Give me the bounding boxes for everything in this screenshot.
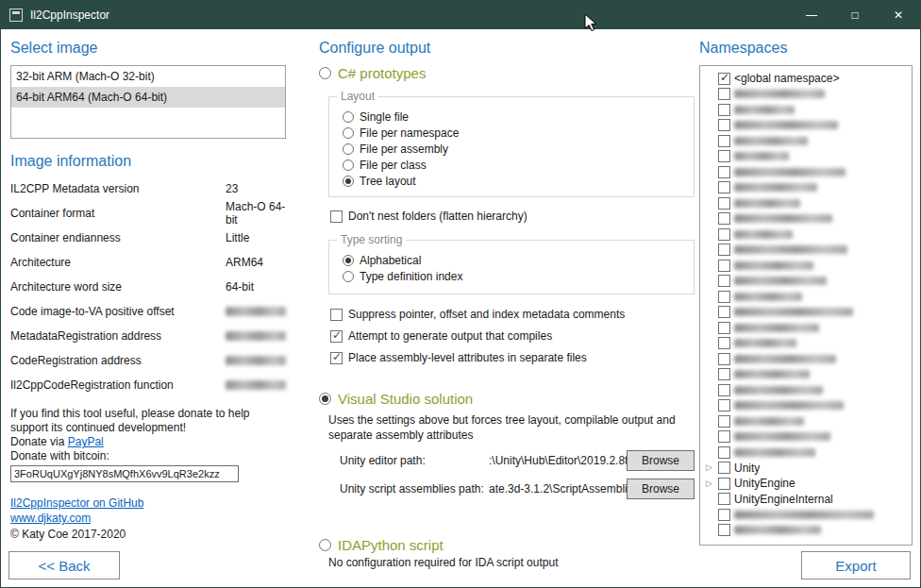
namespace-item[interactable]	[700, 243, 912, 259]
namespace-checkbox[interactable]	[718, 384, 730, 396]
layout-option[interactable]: Single file	[343, 109, 684, 125]
namespace-checkbox[interactable]	[718, 88, 730, 100]
minimize-button[interactable]: —	[790, 1, 833, 29]
separate-attrs-checkbox-row[interactable]: Place assembly-level attributes in separ…	[330, 351, 695, 364]
namespace-item[interactable]	[700, 413, 912, 429]
expander-icon[interactable]	[704, 479, 714, 489]
namespace-checkbox[interactable]	[718, 73, 730, 85]
namespace-item[interactable]	[700, 164, 912, 180]
image-option[interactable]: 64-bit ARM64 (Mach-O 64-bit)	[11, 87, 285, 108]
namespace-item[interactable]	[700, 289, 912, 305]
namespace-item[interactable]	[700, 305, 912, 321]
radio-icon[interactable]	[343, 160, 354, 171]
namespace-checkbox[interactable]	[718, 322, 730, 334]
back-button[interactable]: << Back	[8, 551, 120, 580]
namespace-item[interactable]	[700, 211, 912, 227]
namespace-checkbox[interactable]	[718, 135, 730, 147]
namespaces-list[interactable]: <global namespace>	[699, 65, 913, 546]
idapython-radio[interactable]: IDAPython script	[319, 537, 695, 553]
layout-option[interactable]: File per assembly	[343, 141, 684, 157]
paypal-link[interactable]: PayPal	[68, 435, 104, 448]
checkbox-icon[interactable]	[330, 330, 343, 343]
layout-option[interactable]: Tree layout	[343, 173, 684, 189]
csharp-prototypes-radio[interactable]: C# prototypes	[319, 65, 695, 81]
dont-nest-checkbox-row[interactable]: Don't nest folders (flatten hierarchy)	[330, 210, 695, 223]
namespace-item[interactable]	[700, 336, 912, 352]
namespace-item[interactable]	[700, 87, 912, 103]
close-button[interactable]: ✕	[877, 1, 920, 29]
namespace-checkbox[interactable]	[718, 197, 730, 210]
website-link[interactable]: www.djkaty.com	[10, 512, 91, 525]
namespace-checkbox[interactable]	[718, 415, 730, 428]
namespace-item[interactable]	[700, 227, 912, 243]
namespace-item[interactable]	[700, 118, 912, 134]
namespace-checkbox[interactable]	[718, 353, 730, 365]
namespace-checkbox[interactable]	[718, 104, 730, 116]
namespace-item[interactable]	[700, 429, 912, 445]
namespace-checkbox[interactable]	[718, 509, 730, 521]
namespace-item[interactable]: Unity	[700, 461, 912, 477]
namespace-checkbox[interactable]	[718, 260, 730, 272]
image-listbox[interactable]: 32-bit ARM (Mach-O 32-bit) 64-bit ARM64 …	[10, 65, 286, 139]
namespace-item[interactable]	[700, 382, 912, 398]
namespace-item[interactable]	[700, 180, 912, 196]
namespace-checkbox[interactable]	[718, 166, 730, 178]
visual-studio-radio[interactable]: Visual Studio solution	[319, 391, 695, 407]
namespace-checkbox[interactable]	[718, 430, 730, 443]
namespace-item[interactable]	[700, 445, 912, 461]
expander-icon[interactable]	[704, 462, 714, 473]
namespace-checkbox[interactable]	[718, 493, 730, 505]
namespace-item[interactable]	[700, 367, 912, 383]
namespace-item[interactable]: UnityEngineInternal	[700, 492, 912, 508]
namespace-item[interactable]	[700, 133, 912, 149]
namespace-checkbox[interactable]	[718, 275, 730, 287]
namespace-checkbox[interactable]	[718, 212, 730, 225]
namespace-checkbox[interactable]	[718, 244, 730, 256]
radio-icon[interactable]	[319, 67, 331, 79]
namespace-item[interactable]: UnityEngine	[700, 476, 912, 492]
radio-icon[interactable]	[343, 271, 354, 282]
export-button[interactable]: Export	[801, 551, 911, 580]
namespace-checkbox[interactable]	[718, 150, 730, 162]
image-option[interactable]: 32-bit ARM (Mach-O 32-bit)	[11, 66, 285, 87]
namespace-item[interactable]	[700, 258, 912, 274]
type-sorting-option[interactable]: Type definition index	[343, 268, 684, 284]
namespace-item[interactable]	[700, 195, 912, 211]
checkbox-icon[interactable]	[330, 210, 343, 223]
browse-editor-button[interactable]: Browse	[627, 450, 695, 471]
type-sorting-option[interactable]: Alphabetical	[343, 252, 684, 268]
namespace-checkbox[interactable]	[718, 306, 730, 318]
namespace-item[interactable]	[700, 320, 912, 336]
radio-icon[interactable]	[343, 111, 354, 123]
namespace-checkbox[interactable]	[718, 446, 730, 459]
namespace-item[interactable]	[700, 398, 912, 414]
namespace-checkbox[interactable]	[718, 228, 730, 241]
namespace-checkbox[interactable]	[718, 462, 730, 474]
github-link[interactable]: Il2CppInspector on GitHub	[10, 496, 143, 510]
namespace-item[interactable]: <global namespace>	[700, 71, 912, 87]
namespace-checkbox[interactable]	[718, 291, 730, 303]
radio-icon[interactable]	[319, 393, 331, 405]
namespace-item[interactable]	[700, 102, 912, 118]
checkbox-icon[interactable]	[330, 352, 343, 364]
namespace-checkbox[interactable]	[718, 368, 730, 380]
namespace-item[interactable]	[700, 274, 912, 290]
radio-icon[interactable]	[319, 539, 331, 551]
radio-icon[interactable]	[343, 176, 354, 187]
suppress-checkbox-row[interactable]: Suppress pointer, offset and index metad…	[330, 308, 695, 321]
namespace-checkbox[interactable]	[718, 399, 730, 412]
radio-icon[interactable]	[343, 255, 354, 266]
attempt-compile-checkbox-row[interactable]: Attempt to generate output that compiles	[330, 329, 695, 343]
layout-option[interactable]: File per class	[343, 157, 684, 173]
namespace-checkbox[interactable]	[718, 181, 730, 193]
namespace-item[interactable]	[700, 149, 912, 165]
namespace-item[interactable]	[700, 351, 912, 367]
namespace-item[interactable]	[700, 523, 912, 539]
bitcoin-address-field[interactable]: 3FoRUqUXgYj8NY8sMQfhX6vv9LqR3e2kzz	[10, 465, 239, 482]
radio-icon[interactable]	[343, 143, 354, 155]
namespace-item[interactable]	[700, 507, 912, 523]
title-bar[interactable]: Il2CppInspector — □ ✕	[1, 1, 920, 29]
namespace-checkbox[interactable]	[718, 478, 730, 490]
radio-icon[interactable]	[343, 127, 354, 139]
maximize-button[interactable]: □	[833, 1, 877, 29]
